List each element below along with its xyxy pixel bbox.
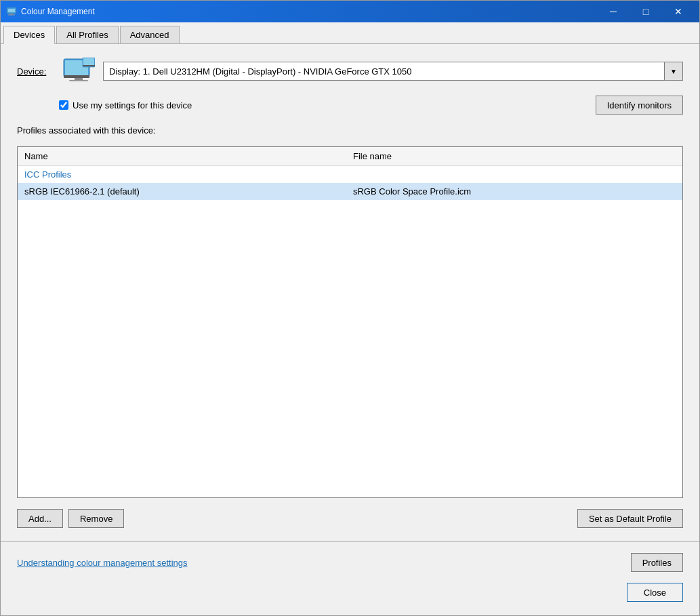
use-settings-checkbox[interactable] (59, 100, 68, 110)
profile-filename: sRGB Color Space Profile.icm (346, 183, 682, 200)
svg-rect-3 (8, 15, 15, 16)
maximize-button[interactable]: □ (630, 3, 661, 20)
tab-advanced[interactable]: Advanced (120, 26, 180, 44)
title-bar-controls: ─ □ ✕ (598, 3, 694, 20)
close-window-button[interactable]: ✕ (663, 3, 694, 20)
device-dropdown-wrapper: Display: 1. Dell U2312HM (Digital - Disp… (103, 62, 683, 81)
svg-rect-6 (64, 75, 89, 78)
table-row[interactable]: sRGB IEC61966-2.1 (default) sRGB Color S… (18, 183, 682, 200)
svg-rect-11 (83, 65, 95, 66)
tabs-bar: Devices All Profiles Advanced (1, 22, 699, 44)
colour-management-window: Colour Management ─ □ ✕ Devices All Prof… (0, 0, 700, 616)
minimize-button[interactable]: ─ (598, 3, 629, 20)
svg-rect-8 (69, 80, 88, 81)
svg-rect-2 (9, 14, 14, 15)
identify-monitors-button[interactable]: Identify monitors (596, 96, 683, 115)
window-icon (6, 6, 17, 17)
profiles-button[interactable]: Profiles (631, 553, 683, 572)
column-filename: File name (346, 147, 682, 166)
device-label: Device: (17, 66, 54, 77)
footer: Understanding colour management settings… (1, 553, 699, 583)
profile-name: sRGB IEC61966-2.1 (default) (18, 183, 346, 200)
remove-button[interactable]: Remove (68, 509, 124, 528)
title-bar: Colour Management ─ □ ✕ (1, 1, 699, 22)
profiles-associated-label: Profiles associated with this device: (17, 125, 683, 136)
close-button[interactable]: Close (627, 583, 683, 602)
svg-rect-7 (75, 78, 83, 80)
profiles-table-container: Name File name ICC Profiles sRGB IEC6196… (17, 146, 683, 498)
header-row: Name File name (18, 147, 682, 166)
main-content: Device: Display: 1. Dell U2312HM (Digita… (1, 44, 699, 541)
device-dropdown[interactable]: Display: 1. Dell U2312HM (Digital - Disp… (103, 62, 683, 81)
group-name-icc: ICC Profiles (18, 166, 682, 184)
settings-row: Use my settings for this device Identify… (17, 96, 683, 115)
left-action-buttons: Add... Remove (17, 509, 124, 528)
svg-rect-10 (83, 58, 94, 65)
window-title: Colour Management (21, 7, 95, 16)
add-button[interactable]: Add... (17, 509, 63, 528)
horizontal-divider (1, 541, 699, 542)
profiles-table: Name File name ICC Profiles sRGB IEC6196… (18, 147, 682, 200)
column-name: Name (18, 147, 346, 166)
profiles-table-header: Name File name (18, 147, 682, 166)
tab-all-profiles[interactable]: All Profiles (56, 26, 118, 44)
svg-rect-1 (8, 9, 15, 12)
help-link[interactable]: Understanding colour management settings (17, 558, 187, 568)
title-bar-left: Colour Management (6, 6, 95, 17)
close-row: Close (1, 583, 699, 615)
profiles-table-body: ICC Profiles sRGB IEC61966-2.1 (default)… (18, 166, 682, 201)
set-default-profile-button[interactable]: Set as Default Profile (577, 509, 683, 528)
tab-devices[interactable]: Devices (3, 26, 55, 44)
group-row-icc: ICC Profiles (18, 166, 682, 184)
action-buttons: Add... Remove Set as Default Profile (17, 509, 683, 528)
use-settings-checkbox-label[interactable]: Use my settings for this device (59, 100, 192, 110)
monitor-icon (62, 58, 95, 85)
device-row: Device: Display: 1. Dell U2312HM (Digita… (17, 58, 683, 85)
